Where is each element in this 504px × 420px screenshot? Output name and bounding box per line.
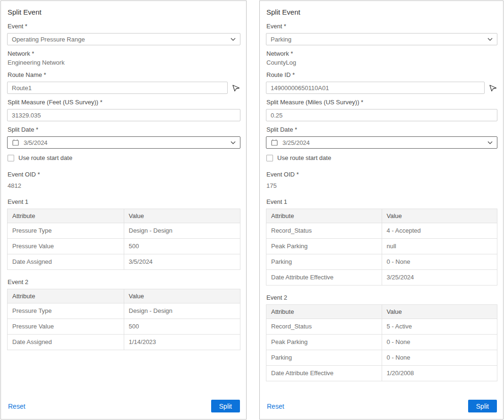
event-1-section: Event 1 Attribute Value Record_Status 4 … [266, 198, 497, 286]
table-row: Record_Status 4 - Accepted [266, 223, 497, 239]
chevron-down-icon [231, 141, 236, 144]
page-title: Split Event [8, 8, 240, 16]
route-input[interactable] [7, 82, 228, 94]
event-oid-value: 175 [266, 182, 497, 190]
split-date-value: 3/25/2024 [282, 139, 310, 146]
reset-button[interactable]: Reset [8, 403, 26, 410]
event-select-value: Operating Pressure Range [12, 36, 85, 43]
table-row: Record_Status 5 - Active [266, 319, 497, 335]
network-value: CountyLog [266, 59, 497, 67]
split-date-picker[interactable]: 3/5/2024 [7, 136, 240, 149]
table-row: Peak Parking 0 - None [266, 335, 497, 350]
chevron-down-icon [487, 38, 493, 41]
date-label: Split Date * [266, 126, 497, 133]
table-row: Pressure Type Design - Design [8, 303, 240, 319]
attribute-cell: Pressure Value [8, 319, 124, 335]
event-oid-field: Event OID * 175 [266, 171, 497, 190]
column-header-attribute: Attribute [266, 305, 382, 319]
split-event-panel-right: Split Event Event * Parking Network * Co… [259, 0, 504, 420]
event-oid-label: Event OID * [8, 171, 240, 178]
event-2-caption: Event 2 [266, 294, 497, 301]
attribute-cell: Pressure Type [8, 223, 124, 239]
split-button[interactable]: Split [468, 400, 497, 412]
use-route-start-date-checkbox[interactable] [266, 155, 273, 161]
use-route-start-date-row: Use route start date [266, 154, 497, 161]
attribute-cell: Date Attribute Effective [266, 366, 382, 381]
measure-input[interactable] [266, 109, 497, 121]
event-label: Event * [8, 23, 240, 30]
attribute-cell: Parking [266, 350, 382, 366]
date-field: Split Date * 3/5/2024 [7, 126, 240, 149]
select-route-pointer-icon[interactable] [489, 84, 497, 92]
network-label: Network * [8, 50, 240, 57]
value-cell: 1/14/2023 [124, 335, 240, 350]
route-input[interactable] [266, 82, 485, 94]
network-field: Network * Engineering Network [7, 50, 240, 67]
value-cell: 3/5/2024 [124, 254, 240, 270]
attribute-cell: Parking [266, 254, 382, 270]
split-date-picker[interactable]: 3/25/2024 [266, 136, 497, 149]
attribute-cell: Record_Status [266, 223, 382, 239]
select-route-pointer-icon[interactable] [232, 84, 240, 92]
event-field: Event * Operating Pressure Range [7, 23, 240, 45]
event-oid-field: Event OID * 4812 [7, 171, 240, 190]
measure-input[interactable] [7, 109, 240, 121]
table-row: Pressure Value 500 [8, 239, 240, 254]
value-cell: 1/20/2008 [382, 366, 497, 381]
measure-field: Split Measure (Miles (US Survey)) * [266, 99, 497, 121]
event-1-section: Event 1 Attribute Value Pressure Type De… [7, 198, 240, 270]
date-field: Split Date * 3/25/2024 [266, 126, 497, 149]
value-cell: 0 - None [382, 335, 497, 350]
date-label: Split Date * [8, 126, 240, 133]
column-header-value: Value [124, 289, 240, 303]
event-oid-value: 4812 [8, 182, 240, 190]
column-header-value: Value [382, 305, 497, 319]
value-cell: Design - Design [124, 223, 240, 239]
event-2-table: Attribute Value Record_Status 5 - Active… [266, 304, 497, 381]
attribute-cell: Date Assigned [8, 254, 124, 270]
attribute-cell: Date Assigned [8, 335, 124, 350]
route-label: Route ID * [266, 71, 497, 78]
table-row: Date Attribute Effective 1/20/2008 [266, 366, 497, 381]
event-1-table: Attribute Value Record_Status 4 - Accept… [266, 209, 497, 286]
event-2-section: Event 2 Attribute Value Pressure Type De… [7, 278, 240, 350]
route-field: Route ID * [266, 71, 497, 94]
use-route-start-date-label: Use route start date [277, 154, 331, 161]
use-route-start-date-row: Use route start date [8, 154, 240, 161]
table-row: Peak Parking null [266, 239, 497, 254]
table-row: Parking 0 - None [266, 350, 497, 366]
column-header-value: Value [382, 209, 497, 223]
split-button[interactable]: Split [211, 400, 240, 412]
measure-label: Split Measure (Miles (US Survey)) * [266, 99, 497, 106]
event-1-caption: Event 1 [266, 198, 497, 205]
calendar-icon [12, 139, 19, 146]
event-select[interactable]: Parking [266, 33, 497, 45]
attribute-cell: Pressure Type [8, 303, 124, 319]
use-route-start-date-checkbox[interactable] [8, 155, 14, 161]
value-cell: 0 - None [382, 254, 497, 270]
attribute-cell: Pressure Value [8, 239, 124, 254]
network-field: Network * CountyLog [266, 50, 497, 67]
column-header-value: Value [124, 209, 240, 223]
attribute-cell: Peak Parking [266, 335, 382, 350]
value-cell: 5 - Active [382, 319, 497, 335]
event-oid-label: Event OID * [266, 171, 497, 178]
attribute-cell: Peak Parking [266, 239, 382, 254]
event-select[interactable]: Operating Pressure Range [7, 33, 240, 45]
event-field: Event * Parking [266, 23, 497, 45]
measure-label: Split Measure (Feet (US Survey)) * [8, 99, 240, 106]
reset-button[interactable]: Reset [267, 403, 284, 410]
chevron-down-icon [487, 141, 493, 144]
calendar-icon [271, 139, 278, 146]
value-cell: null [382, 239, 497, 254]
event-2-table: Attribute Value Pressure Type Design - D… [7, 289, 240, 350]
chevron-down-icon [231, 38, 236, 41]
table-row: Pressure Value 500 [8, 319, 240, 335]
event-label: Event * [266, 23, 497, 30]
table-row: Pressure Type Design - Design [8, 223, 240, 239]
table-row: Date Assigned 1/14/2023 [8, 335, 240, 350]
event-2-caption: Event 2 [8, 278, 240, 286]
panel-footer: Reset Split [7, 398, 240, 413]
use-route-start-date-label: Use route start date [18, 154, 72, 161]
route-label: Route Name * [8, 71, 240, 78]
